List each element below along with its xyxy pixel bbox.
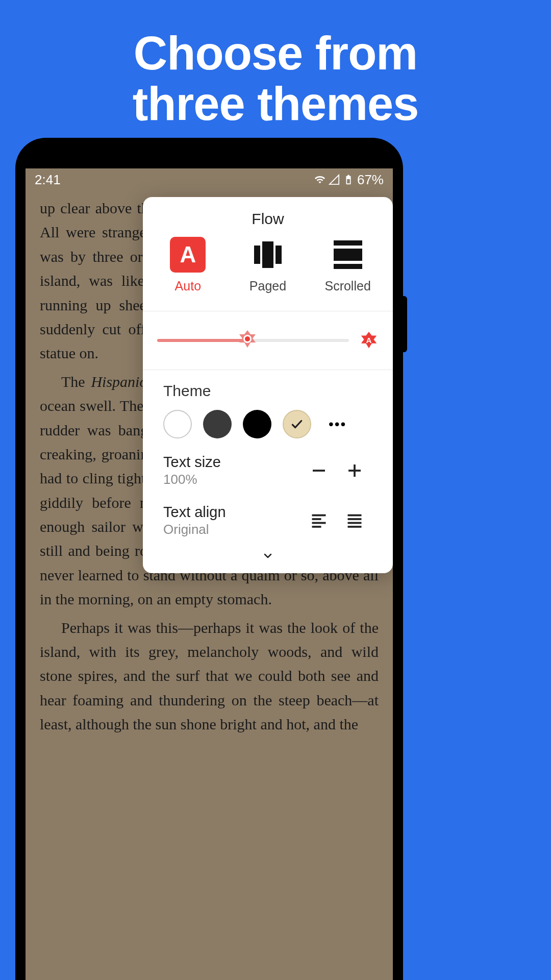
text-size-value: 100% [163, 472, 301, 487]
theme-section: Theme ••• [143, 370, 393, 446]
hero-line-1: Choose from [134, 27, 417, 79]
device-side-button [403, 296, 407, 352]
text-size-row: Text size 100% [143, 446, 393, 496]
text-align-row: Text align Original [143, 496, 393, 546]
scrolled-icon [330, 237, 366, 273]
svg-rect-2 [276, 246, 282, 264]
reader-p3: Perhaps it was this—perhaps it was the l… [40, 616, 379, 737]
flow-title: Flow [143, 197, 393, 237]
auto-brightness-icon[interactable]: A [359, 331, 379, 350]
svg-rect-1 [262, 241, 273, 268]
flow-label-auto: Auto [175, 279, 201, 293]
align-left-button[interactable] [301, 505, 337, 536]
text-align-label: Text align [163, 504, 301, 521]
check-icon [290, 418, 304, 431]
flow-label-paged: Paged [249, 279, 286, 293]
text-size-decrease-button[interactable] [301, 455, 337, 486]
minus-icon [310, 461, 328, 480]
settings-popover: Flow A Auto Paged [143, 197, 393, 573]
svg-rect-5 [334, 264, 362, 269]
theme-more-button[interactable]: ••• [329, 416, 346, 432]
theme-sepia[interactable] [283, 410, 311, 438]
slider-thumb[interactable] [237, 329, 258, 352]
status-right: 67% [314, 172, 384, 188]
battery-percent: 67% [357, 172, 384, 188]
svg-rect-0 [254, 246, 260, 264]
align-left-icon [310, 511, 328, 530]
plus-icon [345, 461, 364, 480]
brightness-slider[interactable] [157, 339, 349, 342]
align-justify-button[interactable] [337, 505, 372, 536]
theme-black[interactable] [243, 410, 271, 438]
hero-line-2: three themes [133, 78, 419, 130]
device-frame: 2:41 67% up clear above the vegetation i… [15, 138, 403, 980]
flow-option-auto[interactable]: A Auto [152, 237, 223, 293]
text-size-label: Text size [163, 454, 301, 471]
svg-rect-4 [334, 249, 362, 261]
wifi-icon [314, 174, 325, 185]
text-align-labels: Text align Original [163, 504, 301, 537]
paged-icon [250, 237, 286, 273]
svg-text:A: A [366, 336, 372, 345]
text-size-increase-button[interactable] [337, 455, 372, 486]
theme-darkgrey[interactable] [203, 410, 232, 438]
status-time: 2:41 [35, 172, 61, 188]
flow-options: A Auto Paged Scrolled [143, 237, 393, 311]
text-align-value: Original [163, 522, 301, 537]
theme-label: Theme [163, 382, 372, 400]
svg-point-8 [245, 336, 250, 341]
theme-white[interactable] [163, 410, 192, 438]
flow-option-scrolled[interactable]: Scrolled [312, 237, 384, 293]
svg-rect-3 [334, 240, 362, 246]
text-size-labels: Text size 100% [163, 454, 301, 487]
brightness-row: A [143, 311, 393, 370]
flow-option-paged[interactable]: Paged [232, 237, 304, 293]
signal-icon [329, 174, 340, 185]
auto-icon: A [170, 237, 206, 273]
flow-label-scrolled: Scrolled [324, 279, 370, 293]
battery-icon [343, 174, 354, 185]
expand-button[interactable] [143, 546, 393, 573]
device-screen: 2:41 67% up clear above the vegetation i… [26, 168, 393, 980]
chevron-down-icon [260, 550, 276, 562]
hero-title: Choose from three themes [0, 0, 551, 130]
theme-swatches: ••• [163, 410, 372, 438]
status-bar: 2:41 67% [26, 168, 393, 191]
align-justify-icon [345, 511, 364, 530]
